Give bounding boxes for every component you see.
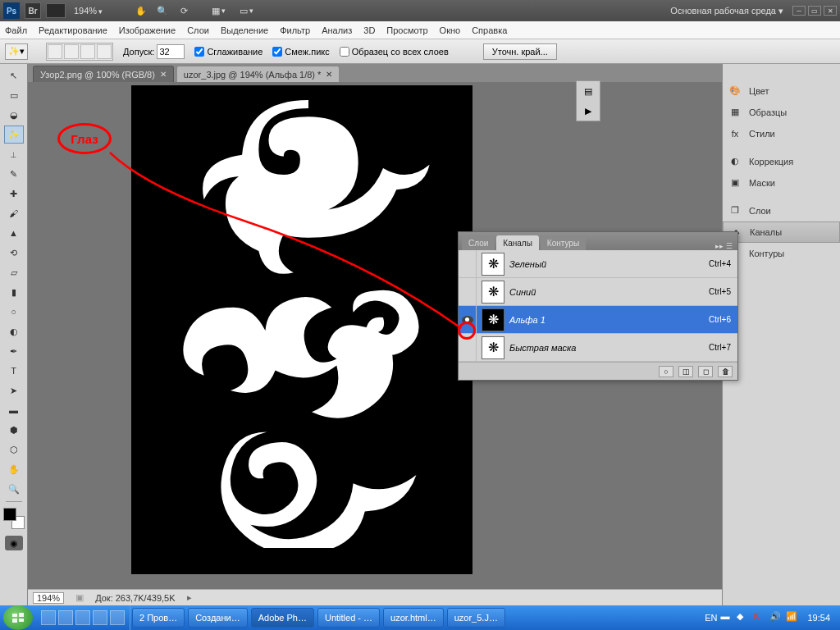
menu-select[interactable]: Выделение [221,25,268,35]
sample-all-layers-checkbox[interactable]: Образец со всех слоев [340,47,449,57]
contiguous-checkbox[interactable]: Смеж.пикс [272,47,329,57]
quick-launch-icon[interactable] [58,610,73,625]
zoom-tool-icon[interactable]: 🔍 [154,2,171,19]
selection-intersect-button[interactable] [97,44,112,59]
quick-launch-icon[interactable] [110,610,125,625]
document-tab[interactable]: uzor_3.jpg @ 194% (Альфа 1/8) * ✕ [176,66,340,82]
move-tool[interactable]: ↖ [4,66,24,84]
mini-bridge-icon[interactable] [46,3,66,18]
tolerance-input[interactable] [157,44,185,59]
channel-row[interactable]: ❋ Быстрая маска Ctrl+7 [459,334,737,362]
new-channel-button[interactable]: ◻ [698,366,713,377]
eraser-tool[interactable]: ▱ [4,263,24,281]
gradient-tool[interactable]: ▮ [4,283,24,301]
panel-styles[interactable]: fxСтили [723,123,840,144]
channel-visibility-toggle[interactable] [459,278,477,305]
healing-brush-tool[interactable]: ✚ [4,185,24,203]
panel-layers[interactable]: ❐Слои [723,200,840,221]
tray-icon[interactable]: ◆ [737,611,750,624]
menu-help[interactable]: Справка [472,25,507,35]
channel-visibility-toggle[interactable] [459,250,477,277]
hand-tool[interactable]: ✋ [4,460,24,478]
3d-camera-tool[interactable]: ⬡ [4,441,24,459]
tool-preset-picker[interactable]: ✨▾ [5,43,28,60]
selection-add-button[interactable] [64,44,79,59]
bridge-logo-icon[interactable]: Br [25,2,41,19]
path-selection-tool[interactable]: ➤ [4,381,24,399]
panel-paths[interactable]: ✧Контуры [723,243,840,264]
menu-view[interactable]: Просмотр [386,25,427,35]
foreground-color[interactable] [3,508,16,521]
taskbar-item[interactable]: Создани… [188,608,248,628]
load-selection-button[interactable]: ○ [659,366,673,377]
screen-mode-icon[interactable]: ▭ [238,2,254,19]
taskbar-item[interactable]: Untitled - … [317,608,380,628]
selection-new-button[interactable] [48,44,62,59]
hand-tool-icon[interactable]: ✋ [133,2,149,19]
menu-window[interactable]: Окно [440,25,461,35]
selection-subtract-button[interactable] [80,44,95,59]
antialias-checkbox[interactable]: Сглаживание [194,47,262,57]
magic-wand-tool[interactable]: ✨ [4,126,24,144]
status-zoom[interactable]: 194% [33,592,64,604]
menu-image[interactable]: Изображение [119,25,176,35]
type-tool[interactable]: T [4,362,24,380]
panel-tab-channels[interactable]: Каналы [496,235,539,250]
tray-icon[interactable]: 📶 [786,611,799,624]
close-tab-icon[interactable]: ✕ [326,70,332,79]
channel-row[interactable]: ❋ Альфа 1 Ctrl+6 [459,306,737,334]
panel-channels[interactable]: ◆Каналы [723,221,840,243]
menu-analysis[interactable]: Анализ [322,25,352,35]
quick-launch-icon[interactable] [75,610,90,625]
taskbar-item[interactable]: uzor.html… [383,608,444,628]
menu-layers[interactable]: Слои [187,25,209,35]
taskbar-item[interactable]: Adobe Ph… [251,608,314,628]
taskbar-clock[interactable]: 19:54 [802,613,835,623]
canvas[interactable] [131,85,472,574]
delete-channel-button[interactable]: 🗑 [718,366,733,377]
taskbar-item[interactable]: uzor_5.J… [447,608,505,628]
lasso-tool[interactable]: ◒ [4,106,24,124]
channel-visibility-toggle[interactable] [459,306,477,333]
quick-mask-button[interactable]: ◉ [5,536,23,550]
taskbar-item[interactable]: 2 Пров… [132,608,185,628]
zoom-tool-box[interactable]: 🔍 [4,480,24,498]
color-swatches[interactable] [3,508,25,529]
history-panel-icon[interactable]: ▤ [577,81,600,101]
quick-launch-icon[interactable] [93,610,107,625]
actions-panel-icon[interactable]: ▶ [577,101,600,121]
workspace-switcher[interactable]: Основная рабочая среда ▾ [670,6,783,16]
restore-window-button[interactable]: ▭ [808,6,821,16]
brush-tool[interactable]: 🖌 [4,204,24,222]
panel-menu-icon[interactable]: ▸▸ ☰ [710,242,737,250]
crop-tool[interactable]: ⟂ [4,145,24,163]
menu-3d[interactable]: 3D [363,25,375,35]
rotate-view-icon[interactable]: ⟳ [176,2,192,19]
eyedropper-tool[interactable]: ✎ [4,165,24,183]
tray-icon[interactable]: 🔊 [769,611,783,624]
channels-floating-panel[interactable]: Слои Каналы Контуры ▸▸ ☰ ❋ Зеленый Ctrl+… [458,231,738,381]
start-button[interactable] [3,605,33,630]
save-selection-button[interactable]: ◫ [678,366,693,377]
panel-masks[interactable]: ▣Маски [723,172,840,194]
channel-visibility-toggle[interactable] [459,334,477,361]
tray-icon[interactable]: K [753,611,766,624]
blur-tool[interactable]: ○ [4,303,24,321]
pen-tool[interactable]: ✒ [4,342,24,360]
menu-file[interactable]: Файл [5,25,27,35]
menu-filter[interactable]: Фильтр [280,25,310,35]
panel-color[interactable]: 🎨Цвет [723,80,840,102]
channel-row[interactable]: ❋ Синий Ctrl+5 [459,278,737,306]
menu-edit[interactable]: Редактирование [39,25,107,35]
close-window-button[interactable]: ✕ [824,6,837,16]
clone-stamp-tool[interactable]: ▲ [4,224,24,242]
panel-adjustments[interactable]: ◐Коррекция [723,151,840,172]
close-tab-icon[interactable]: ✕ [160,70,167,79]
channel-row[interactable]: ❋ Зеленый Ctrl+4 [459,250,737,278]
panel-tab-paths[interactable]: Контуры [541,235,586,250]
zoom-level-dropdown[interactable]: 194% [74,6,103,16]
language-indicator[interactable]: EN [705,613,717,623]
document-tab[interactable]: Узор2.png @ 100% (RGB/8) ✕ [33,66,174,82]
3d-tool[interactable]: ⬢ [4,421,24,439]
tray-icon[interactable]: ▬ [720,611,733,624]
